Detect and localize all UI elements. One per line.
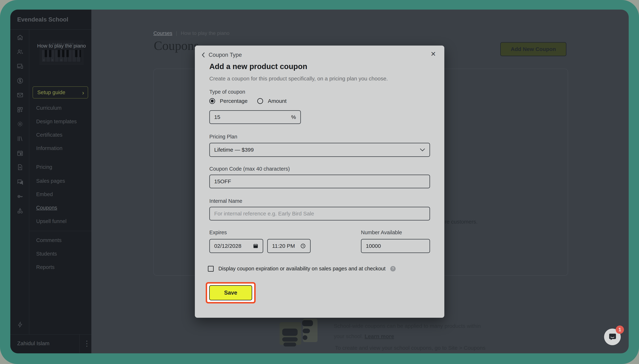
sidebar-item-students[interactable]: Students <box>36 251 57 257</box>
school-name: Evendeals School <box>10 10 91 30</box>
sidebar-item-information[interactable]: Information <box>36 145 62 151</box>
expires-date-input[interactable]: 02/12/2028 <box>209 239 263 253</box>
svg-text:C: C <box>43 59 45 62</box>
user-menu-kebab-icon[interactable]: ⋮ <box>82 339 91 348</box>
gear-icon <box>17 120 24 128</box>
pricing-plan-label: Pricing Plan <box>209 134 237 140</box>
note-line2-prefix: your school. <box>334 333 365 339</box>
add-new-coupon-button[interactable]: Add New Coupon <box>500 42 566 56</box>
breadcrumb-current: How to play the piano <box>181 30 229 36</box>
sidebar-item-email[interactable] <box>17 92 24 99</box>
display-expiration-label: Display coupon expiration or availabilit… <box>218 266 386 272</box>
number-available-value: 10000 <box>366 243 381 249</box>
school-wide-coupons-note: School-wide coupons can be applied to ma… <box>334 321 533 342</box>
calendar-icon <box>17 150 24 157</box>
shapes-icon <box>17 207 24 214</box>
chevron-left-icon <box>201 52 206 58</box>
sidebar-item-comments[interactable] <box>17 178 24 186</box>
sidebar-item-site[interactable] <box>17 62 24 70</box>
display-expiration-row: Display coupon expiration or availabilit… <box>208 266 396 272</box>
internal-name-label: Internal Name <box>209 198 242 204</box>
partial-occluded-text: re customers. <box>445 219 478 225</box>
sidebar-item-apps[interactable] <box>17 106 24 113</box>
sidebar-item-calendar[interactable] <box>17 150 24 157</box>
amount-radio[interactable] <box>257 98 263 104</box>
date-value: 02/12/2028 <box>214 243 241 249</box>
internal-name-placeholder: For internal reference e.g. Early Bird S… <box>214 210 314 217</box>
sidebar-item-pages[interactable] <box>17 164 24 171</box>
sidebar-item-coupons[interactable]: Coupons <box>36 205 57 211</box>
sidebar-item-curriculum[interactable]: Curriculum <box>36 105 62 111</box>
learn-more-link[interactable]: Learn more <box>365 333 394 339</box>
sidebar-item-sales-pages[interactable]: Sales pages <box>36 178 65 184</box>
users-icon <box>17 48 24 55</box>
setup-guide-button[interactable]: Setup guide › <box>33 86 88 98</box>
sidebar-item-upgrade[interactable] <box>17 321 24 328</box>
library-icon <box>17 135 24 142</box>
svg-text:E: E <box>52 59 53 62</box>
sidebar-item-reports[interactable]: Reports <box>36 264 55 270</box>
back-to-coupon-type[interactable]: Coupon Type <box>201 52 242 58</box>
calendar-small-icon <box>253 243 258 249</box>
mail-icon <box>17 92 24 98</box>
setup-guide-label: Setup guide <box>37 90 65 96</box>
internal-name-input[interactable]: For internal reference e.g. Early Bird S… <box>209 207 430 220</box>
expires-time-input[interactable]: 11:20 PM <box>267 239 311 253</box>
sidebar-item-upsell-funnel[interactable]: Upsell funnel <box>36 218 67 224</box>
chat-bubbles-icon <box>17 178 24 185</box>
piano-keys-graphic: C E G <box>42 50 81 64</box>
percentage-radio[interactable] <box>209 98 215 104</box>
help-icon[interactable]: ? <box>390 266 396 272</box>
course-title-overlay: How to play the piano <box>31 41 92 50</box>
sidebar-item-settings[interactable] <box>17 120 24 128</box>
user-name[interactable]: Zahidul Islam <box>17 340 49 346</box>
sidebar-item-payments[interactable] <box>17 77 24 84</box>
sidebar-item-access[interactable] <box>17 193 24 200</box>
number-available-input[interactable]: 10000 <box>361 239 430 253</box>
coupon-illustration <box>279 319 318 345</box>
sidebar-item-pricing[interactable]: Pricing <box>36 164 52 170</box>
site-coupons-note: To create and view your school coupons, … <box>335 345 485 351</box>
percent-suffix: % <box>291 114 296 120</box>
pricing-plan-select[interactable]: Lifetime — $399 <box>209 143 430 157</box>
sidebar-item-design-templates[interactable]: Design templates <box>36 118 77 124</box>
chevron-right-icon: › <box>82 90 84 96</box>
devices-icon <box>17 63 24 70</box>
sidebar-item-integrations[interactable] <box>17 207 24 214</box>
coupon-code-value: 15OFF <box>214 178 231 184</box>
messenger-icon <box>607 332 617 342</box>
percentage-input[interactable]: 15 % <box>209 110 301 124</box>
percentage-radio-label: Percentage <box>220 98 247 104</box>
breadcrumb-courses-link[interactable]: Courses <box>153 30 172 36</box>
svg-text:G: G <box>61 59 62 62</box>
chevron-down-icon <box>420 148 425 152</box>
back-label: Coupon Type <box>209 52 242 58</box>
sidebar-item-certificates[interactable]: Certificates <box>36 132 62 138</box>
sidebar-section-divider <box>29 231 91 231</box>
breadcrumb-separator: | <box>176 30 177 36</box>
sidebar-item-library[interactable] <box>17 135 24 142</box>
close-icon[interactable]: ✕ <box>431 50 436 58</box>
note-line3-prefix: To create and view your school coupons, … <box>335 345 448 351</box>
chat-notification-badge: 1 <box>616 326 624 334</box>
file-download-icon <box>17 164 24 170</box>
dollar-icon <box>17 77 24 84</box>
site-coupons-link[interactable]: Site > Coupons <box>448 345 485 351</box>
app-window: Evendeals School <box>10 10 629 353</box>
sidebar-item-comments-link[interactable]: Comments <box>36 237 62 243</box>
sidebar-item-embed[interactable]: Embed <box>36 192 53 197</box>
save-button[interactable]: Save <box>209 285 252 300</box>
number-available-label: Number Available <box>361 230 402 236</box>
coupon-type-radio-group: Percentage Amount <box>209 98 286 104</box>
grid-plus-icon <box>17 106 24 113</box>
sidebar: Evendeals School <box>10 10 91 353</box>
display-expiration-checkbox[interactable] <box>208 266 214 272</box>
add-product-coupon-modal: Coupon Type ✕ Add a new product coupon C… <box>195 46 444 318</box>
coupon-code-input[interactable]: 15OFF <box>209 174 430 188</box>
kebab-divider <box>79 334 80 353</box>
coupon-code-label: Coupon Code (max 40 characters) <box>209 166 290 172</box>
sidebar-item-home[interactable] <box>17 34 24 41</box>
sidebar-item-users[interactable] <box>17 48 24 56</box>
modal-title: Add a new product coupon <box>209 62 307 71</box>
expires-label: Expires <box>209 230 227 236</box>
